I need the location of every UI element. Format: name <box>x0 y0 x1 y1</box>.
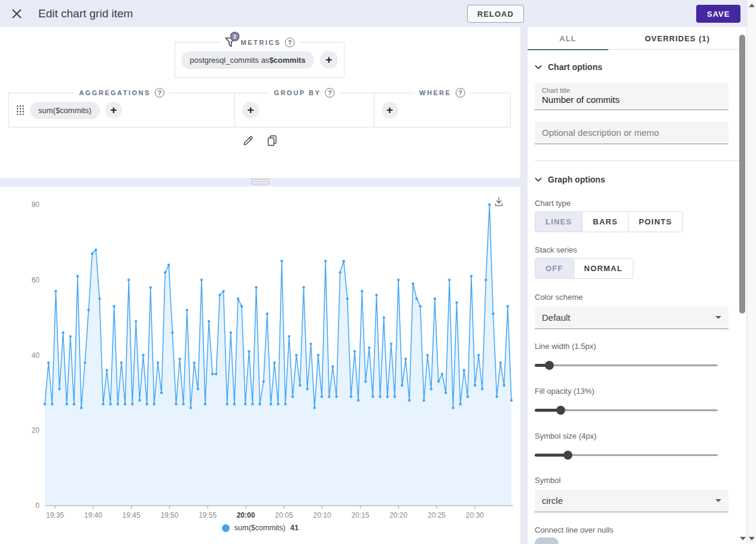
where-column: WHERE ? + <box>374 93 510 127</box>
chart-title-field[interactable]: Chart title Number of commits <box>535 83 728 110</box>
fill-opacity-slider[interactable] <box>535 406 718 414</box>
graph-options-header[interactable]: Graph options <box>535 175 605 184</box>
copy-icon <box>266 135 278 147</box>
svg-text:20:10: 20:10 <box>313 511 331 519</box>
metric-chip[interactable]: postgresql_commits as $commits <box>181 51 314 69</box>
description-placeholder: Optional description or memo <box>535 121 728 144</box>
where-help-icon[interactable]: ? <box>456 88 465 98</box>
aggregations-label: AGGREGATIONS <box>79 89 151 96</box>
where-legend: WHERE ? <box>414 88 470 98</box>
duplicate-query-button[interactable] <box>265 133 279 148</box>
metric-chip-alias: $commits <box>269 56 306 65</box>
edit-query-button[interactable] <box>241 133 255 148</box>
scroll-down-icon[interactable] <box>749 537 755 540</box>
save-button[interactable]: SAVE <box>696 5 740 23</box>
query-builder-panel: 2 METRICS ? postgresql_commits as $commi… <box>0 27 520 178</box>
aggregations-legend: AGGREGATIONS ? <box>74 88 169 98</box>
series-color-dot <box>222 524 230 532</box>
add-metric-button[interactable]: + <box>320 51 338 69</box>
slider-thumb[interactable] <box>556 406 565 415</box>
metrics-legend: 2 METRICS ? <box>220 37 300 48</box>
download-icon <box>493 196 505 208</box>
pencil-icon <box>242 135 254 147</box>
connect-nulls-label: Connect line over nulls <box>535 525 614 534</box>
aggregation-chip[interactable]: sum($commits) <box>30 102 100 119</box>
svg-text:19:45: 19:45 <box>123 511 141 519</box>
stack-series-toggle: OFF NORMAL <box>535 258 633 279</box>
close-icon <box>11 8 22 19</box>
panel-splitter-handle[interactable] <box>251 179 269 184</box>
group-by-help-icon[interactable]: ? <box>325 88 335 98</box>
chevron-down-icon <box>535 177 542 182</box>
dropdown-caret-icon <box>715 316 721 319</box>
metrics-fieldset: 2 METRICS ? postgresql_commits as $commi… <box>175 42 345 78</box>
connect-nulls-toggle[interactable] <box>535 537 559 544</box>
color-scheme-value: Default <box>542 312 571 323</box>
chart-type-bars[interactable]: BARS <box>582 212 628 232</box>
add-group-by-button[interactable]: + <box>242 102 259 118</box>
slider-track <box>535 364 718 366</box>
close-button[interactable] <box>6 3 28 25</box>
stack-normal[interactable]: NORMAL <box>574 259 633 278</box>
symbol-size-label: Symbol size (4px) <box>535 431 596 440</box>
window-scrollbar[interactable] <box>748 0 756 544</box>
description-field[interactable]: Optional description or memo <box>535 121 728 144</box>
color-scheme-label: Color scheme <box>535 293 583 302</box>
svg-text:20:25: 20:25 <box>428 511 446 519</box>
svg-text:20:30: 20:30 <box>466 511 484 519</box>
symbol-value: circle <box>542 496 563 506</box>
stack-off[interactable]: OFF <box>535 259 574 278</box>
chart-title-value: Number of commits <box>535 94 728 110</box>
query-action-icons <box>0 133 520 148</box>
options-sidebar: ALL OVERRIDES (1) Chart options Chart ti… <box>528 27 746 544</box>
chart-type-points[interactable]: POINTS <box>628 212 682 232</box>
chevron-down-icon <box>535 65 542 69</box>
metric-chip-text: postgresql_commits as <box>190 56 269 65</box>
slider-thumb[interactable] <box>563 451 572 460</box>
fill-opacity-label: Fill opacity (13%) <box>535 387 595 396</box>
stack-series-label: Stack series <box>535 245 577 254</box>
svg-text:20: 20 <box>32 426 40 434</box>
slider-thumb[interactable] <box>545 361 554 370</box>
svg-text:20:05: 20:05 <box>275 511 293 519</box>
svg-text:40: 40 <box>32 351 40 360</box>
reload-button[interactable]: RELOAD <box>467 5 524 23</box>
clauses-fieldset: AGGREGATIONS ? sum($commits) + GROUP BY … <box>8 93 511 127</box>
chart-panel: 02040608019:3519:4019:4519:5019:5520:002… <box>0 187 520 544</box>
svg-text:19:50: 19:50 <box>160 511 178 519</box>
tab-overrides[interactable]: OVERRIDES (1) <box>608 27 746 50</box>
drag-handle-icon[interactable] <box>16 105 25 116</box>
color-scheme-select[interactable]: Default <box>535 306 728 329</box>
chart-legend-item[interactable]: sum($commits) 41 <box>0 524 520 532</box>
symbol-size-slider[interactable] <box>535 451 718 459</box>
dropdown-caret-icon <box>715 499 721 502</box>
svg-text:60: 60 <box>32 276 40 284</box>
scroll-up-icon[interactable] <box>749 4 755 7</box>
add-aggregation-button[interactable]: + <box>105 102 122 118</box>
group-by-legend: GROUP BY ? <box>269 88 339 98</box>
series-name: sum($commits) <box>234 524 285 532</box>
download-chart-button[interactable] <box>493 196 505 211</box>
group-by-label: GROUP BY <box>274 89 321 96</box>
svg-text:0: 0 <box>35 502 39 510</box>
where-label: WHERE <box>419 89 451 96</box>
symbol-select[interactable]: circle <box>535 490 728 512</box>
metrics-label: METRICS <box>241 39 281 46</box>
chart-type-toggle: LINES BARS POINTS <box>535 211 683 232</box>
aggregations-help-icon[interactable]: ? <box>155 88 164 98</box>
page-title: Edit chart grid item <box>38 7 133 20</box>
metrics-help-icon[interactable]: ? <box>285 38 295 47</box>
chart-options-header[interactable]: Chart options <box>535 62 602 72</box>
line-width-slider[interactable] <box>535 361 718 369</box>
svg-text:80: 80 <box>32 200 40 209</box>
sidebar-scrollbar-thumb[interactable] <box>739 35 745 314</box>
tab-all[interactable]: ALL <box>528 27 608 50</box>
svg-text:20:15: 20:15 <box>351 511 369 519</box>
sidebar-scroll-down-icon[interactable] <box>740 537 746 540</box>
chart-type-lines[interactable]: LINES <box>535 212 582 232</box>
svg-text:19:55: 19:55 <box>199 511 217 519</box>
add-where-button[interactable]: + <box>382 102 398 118</box>
line-width-label: Line width (1.5px) <box>535 342 596 351</box>
svg-text:20:00: 20:00 <box>237 511 255 519</box>
group-by-column: GROUP BY ? + <box>234 93 373 127</box>
